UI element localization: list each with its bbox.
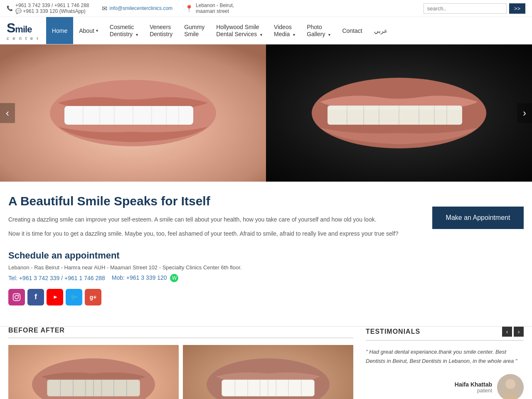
mob-number: Mob: +961 3 339 120 W: [112, 274, 179, 282]
nav-arabic[interactable]: عربي: [368, 17, 393, 44]
before-after-header: BEFORE AFTER: [8, 327, 353, 338]
nav-about[interactable]: About ▾: [73, 17, 104, 44]
main-content: A Beautiful Smile Speaks for Itself Crea…: [0, 182, 532, 326]
nav-veneers[interactable]: Veneers Dentistry: [144, 17, 178, 44]
svg-rect-21: [13, 293, 20, 300]
after-image-svg: Smiles By Dr.Walid Zalaket: [183, 345, 353, 399]
location-text: Lebanon - Beirut, maamari street: [196, 2, 234, 14]
nav-cosmetic-dentistry[interactable]: Cosmetic Dentistry ▾: [104, 17, 144, 44]
before-after-title: BEFORE AFTER: [8, 327, 65, 334]
page-title: A Beautiful Smile Speaks for Itself: [8, 194, 420, 208]
hero-prev-button[interactable]: ‹: [0, 103, 15, 123]
navbar: Smile c e n t e r Home About ▾ Cosmetic …: [0, 17, 532, 44]
whatsapp-line: 💬 +961 3 339 120 (WhatsApp): [15, 8, 89, 14]
search-button[interactable]: >>: [509, 3, 525, 14]
before-image-svg: Smiles By Dr.Walid Zalaket: [8, 345, 179, 399]
svg-point-23: [18, 295, 19, 296]
phone-item: 📞 +961 3 742 339 / +961 1 746 288 💬 +961…: [7, 2, 89, 14]
tel-number: Tel: +961 3 742 339 / +961 1 746 288: [8, 275, 105, 281]
schedule-title: Schedule an appointment: [8, 250, 420, 261]
logo-sub: c e n t e r: [7, 36, 39, 41]
content-right: Make an Appointment: [432, 194, 524, 318]
social-icons-row: f 🐦 g+: [8, 289, 420, 305]
nav-home[interactable]: Home: [46, 17, 73, 44]
nav-videos-media[interactable]: Videos Media ▾: [268, 17, 301, 44]
location-item: 📍 Lebanon - Beirut, maamari street: [185, 2, 234, 14]
email-item: ✉ info@smilecenterclinics.com: [102, 5, 173, 12]
twitter-icon[interactable]: 🐦: [66, 289, 82, 305]
nav-menu: Home About ▾ Cosmetic Dentistry ▾ Veneer…: [46, 17, 393, 44]
instagram-icon[interactable]: [8, 289, 25, 305]
avatar-svg: [497, 374, 524, 399]
testimonial-author: Haifa Khattab patient: [366, 374, 524, 399]
testimonials-title: TESTIMONIALS: [366, 328, 420, 335]
bottom-sections: BEFORE AFTER: [0, 327, 532, 399]
author-avatar: [497, 374, 524, 399]
hero-slider: ‹: [0, 44, 532, 182]
testimonials-header: TESTIMONIALS ‹ ›: [366, 327, 524, 341]
before-after-section: BEFORE AFTER: [8, 327, 353, 399]
about-arrow: ▾: [96, 28, 98, 33]
intro-para2: Now it is time for you to get a dazzling…: [8, 229, 420, 238]
after-image: Smiles By Dr.Walid Zalaket: [183, 345, 353, 399]
appointment-button[interactable]: Make an Appointment: [432, 207, 524, 229]
phone-icon: 📞: [7, 5, 13, 11]
author-info: Haifa Khattab patient: [455, 381, 492, 394]
svg-point-51: [505, 379, 515, 389]
nav-contact[interactable]: Contact: [336, 17, 368, 44]
nav-hollywood-smile[interactable]: Hollywood Smile Dental Services ▾: [210, 17, 268, 44]
logo: Smile c e n t e r: [0, 17, 46, 44]
svg-point-22: [15, 296, 18, 299]
svg-rect-2: [64, 106, 193, 125]
intro-para1: Creating a dazzling smile can improve yo…: [8, 215, 420, 224]
location-icon: 📍: [185, 5, 193, 12]
facebook-icon[interactable]: f: [27, 289, 44, 305]
before-after-images: Smiles By Dr.Walid Zalaket: [8, 345, 353, 399]
hero-right-image: [266, 44, 532, 182]
whatsapp-icon: W: [170, 274, 178, 282]
phone-numbers: +961 3 742 339 / +961 1 746 288 💬 +961 3…: [15, 2, 89, 14]
youtube-icon[interactable]: [47, 289, 63, 305]
nav-gummy-smile[interactable]: Gummy Smile: [178, 17, 210, 44]
logo-text: Smile: [7, 20, 39, 36]
search-input[interactable]: [424, 3, 507, 14]
schedule-phones: Tel: +961 3 742 339 / +961 1 746 288 Mob…: [8, 274, 420, 282]
hero-image-right: [266, 44, 532, 182]
search-area: >>: [424, 3, 525, 14]
google-plus-icon[interactable]: g+: [85, 289, 101, 305]
nav-photo-gallery[interactable]: Photo Gallery ▾: [301, 17, 336, 44]
hero-image-left: [0, 44, 266, 182]
testimonials-nav: ‹ ›: [502, 327, 524, 337]
author-role: patient: [455, 388, 492, 394]
email-icon: ✉: [102, 5, 107, 12]
before-image: Smiles By Dr.Walid Zalaket: [8, 345, 179, 399]
svg-rect-20: [328, 106, 462, 110]
testimonials-section: TESTIMONIALS ‹ › " Had great dental expe…: [366, 327, 524, 399]
top-bar: 📞 +961 3 742 339 / +961 1 746 288 💬 +961…: [0, 0, 532, 17]
testimonial-quote: " Had great dental experiance.thank you …: [366, 347, 524, 366]
hero-left-image: [0, 44, 266, 182]
testimonials-prev[interactable]: ‹: [502, 327, 512, 337]
author-name: Haifa Khattab: [455, 381, 492, 388]
hero-next-button[interactable]: ›: [517, 103, 532, 123]
content-left: A Beautiful Smile Speaks for Itself Crea…: [8, 194, 420, 318]
testimonials-next[interactable]: ›: [514, 327, 524, 337]
schedule-address: Lebanon - Ras Beirut - Hamra near AUH - …: [8, 264, 420, 271]
